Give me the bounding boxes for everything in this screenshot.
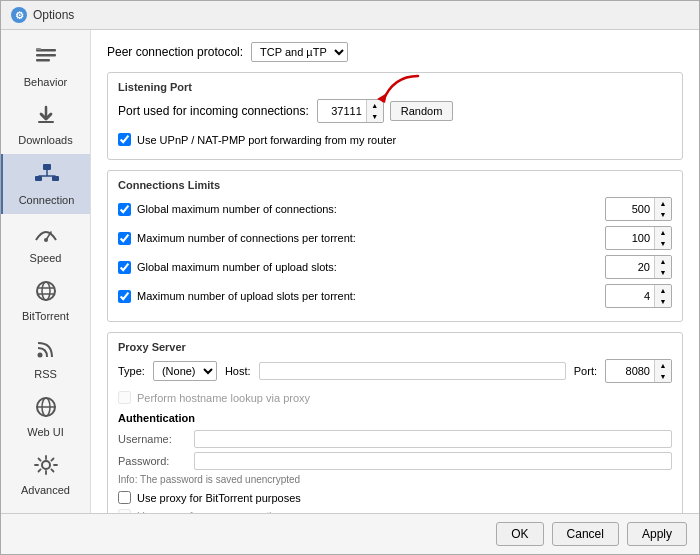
max-per-torrent-down[interactable]: ▼ [655, 238, 671, 249]
connections-limits-title: Connections Limits [118, 179, 672, 191]
global-upload-slots-up[interactable]: ▲ [655, 256, 671, 267]
main-content: Behavior Downloads [1, 30, 699, 513]
sidebar-label-speed: Speed [30, 252, 62, 264]
max-per-torrent-input[interactable]: 100 [606, 230, 654, 246]
global-max-connections-input[interactable]: 500 [606, 201, 654, 217]
svg-rect-2 [36, 59, 50, 62]
global-max-connections-up[interactable]: ▲ [655, 198, 671, 209]
bittorrent-icon [33, 280, 59, 306]
cancel-button[interactable]: Cancel [552, 522, 619, 546]
svg-rect-3 [36, 48, 41, 50]
proxy-host-input[interactable] [259, 362, 566, 380]
protocol-select[interactable]: TCP and µTP [251, 42, 348, 62]
sidebar-item-advanced[interactable]: Advanced [1, 446, 90, 504]
password-input[interactable] [194, 452, 672, 470]
port-up-button[interactable]: ▲ [367, 100, 383, 111]
max-per-torrent-up[interactable]: ▲ [655, 227, 671, 238]
global-upload-slots-label: Global maximum number of upload slots: [118, 261, 337, 274]
upnp-checkbox[interactable] [118, 133, 131, 146]
sidebar-label-rss: RSS [34, 368, 57, 380]
use-proxy-peers-checkbox[interactable] [118, 509, 131, 513]
global-max-connections-down[interactable]: ▼ [655, 209, 671, 220]
sidebar-item-rss[interactable]: RSS [1, 330, 90, 388]
global-upload-slots-input[interactable]: 20 [606, 259, 654, 275]
random-button[interactable]: Random [390, 101, 454, 121]
title-bar-icon: ⚙ [11, 7, 27, 23]
port-input[interactable]: 37111 [318, 103, 366, 119]
proxy-type-select[interactable]: (None) [153, 361, 217, 381]
svg-point-12 [44, 238, 48, 242]
global-upload-slots-buttons: ▲ ▼ [654, 256, 671, 278]
sidebar-item-downloads[interactable]: Downloads [1, 96, 90, 154]
username-input[interactable] [194, 430, 672, 448]
proxy-port-down[interactable]: ▼ [655, 371, 671, 382]
proxy-server-box: Proxy Server Type: (None) Host: Port: 80… [107, 332, 683, 513]
proxy-type-row: Type: (None) Host: Port: 8080 ▲ ▼ [118, 359, 672, 383]
protocol-row: Peer connection protocol: TCP and µTP [107, 42, 683, 62]
sidebar-item-speed[interactable]: Speed [1, 214, 90, 272]
sidebar-item-webui[interactable]: Web UI [1, 388, 90, 446]
upload-slots-per-torrent-down[interactable]: ▼ [655, 296, 671, 307]
global-upload-slots-spinbox[interactable]: 20 ▲ ▼ [605, 255, 672, 279]
upload-slots-per-torrent-input[interactable]: 4 [606, 288, 654, 304]
port-spinbox-buttons: ▲ ▼ [366, 100, 383, 122]
rss-icon [35, 338, 57, 364]
global-max-connections-buttons: ▲ ▼ [654, 198, 671, 220]
global-upload-slots-checkbox[interactable] [118, 261, 131, 274]
sidebar-item-connection[interactable]: Connection [1, 154, 90, 214]
global-upload-slots-down[interactable]: ▼ [655, 267, 671, 278]
proxy-port-spinbox[interactable]: 8080 ▲ ▼ [605, 359, 672, 383]
global-max-connections-spinbox[interactable]: 500 ▲ ▼ [605, 197, 672, 221]
max-per-torrent-spinbox[interactable]: 100 ▲ ▼ [605, 226, 672, 250]
upload-slots-per-torrent-buttons: ▲ ▼ [654, 285, 671, 307]
behavior-icon [34, 46, 58, 72]
svg-rect-5 [43, 164, 51, 170]
global-max-connections-row: Global maximum number of connections: 50… [118, 197, 672, 221]
sidebar-item-bittorrent[interactable]: BitTorrent [1, 272, 90, 330]
sidebar-label-webui: Web UI [27, 426, 63, 438]
global-upload-slots-row: Global maximum number of upload slots: 2… [118, 255, 672, 279]
proxy-port-up[interactable]: ▲ [655, 360, 671, 371]
speed-icon [33, 222, 59, 248]
window-title: Options [33, 8, 74, 22]
protocol-label: Peer connection protocol: [107, 45, 243, 59]
port-spinbox[interactable]: 37111 ▲ ▼ [317, 99, 384, 123]
upload-slots-per-torrent-label: Maximum number of upload slots per torre… [118, 290, 356, 303]
upload-slots-per-torrent-checkbox[interactable] [118, 290, 131, 303]
info-text: Info: The password is saved unencrypted [118, 474, 672, 485]
sidebar-item-behavior[interactable]: Behavior [1, 38, 90, 96]
apply-button[interactable]: Apply [627, 522, 687, 546]
ok-button[interactable]: OK [496, 522, 543, 546]
global-max-connections-checkbox[interactable] [118, 203, 131, 216]
sidebar-label-downloads: Downloads [18, 134, 72, 146]
proxy-port-label2: Port: [574, 365, 597, 377]
sidebar-label-connection: Connection [19, 194, 75, 206]
upnp-checkbox-row: Use UPnP / NAT-PMP port forwarding from … [118, 133, 672, 146]
max-per-torrent-label: Maximum number of connections per torren… [118, 232, 356, 245]
port-row: Port used for incoming connections: 3711… [118, 99, 672, 123]
use-proxy-bittorrent-checkbox[interactable] [118, 491, 131, 504]
upload-slots-per-torrent-up[interactable]: ▲ [655, 285, 671, 296]
upload-slots-per-torrent-row: Maximum number of upload slots per torre… [118, 284, 672, 308]
proxy-server-title: Proxy Server [118, 341, 672, 353]
port-down-button[interactable]: ▼ [367, 111, 383, 122]
svg-point-21 [42, 461, 50, 469]
connection-icon [33, 162, 61, 190]
max-per-torrent-row: Maximum number of connections per torren… [118, 226, 672, 250]
downloads-icon [34, 104, 58, 130]
password-label: Password: [118, 455, 188, 467]
hostname-lookup-checkbox[interactable] [118, 391, 131, 404]
port-label: Port used for incoming connections: [118, 104, 309, 118]
sidebar-label-bittorrent: BitTorrent [22, 310, 69, 322]
username-row: Username: [118, 430, 672, 448]
proxy-port-input[interactable]: 8080 [606, 363, 654, 379]
title-bar: ⚙ Options [1, 1, 699, 30]
sidebar-label-behavior: Behavior [24, 76, 67, 88]
options-window: ⚙ Options Behavior [0, 0, 700, 555]
arrow-container: 37111 ▲ ▼ Random [317, 99, 454, 123]
max-per-torrent-checkbox[interactable] [118, 232, 131, 245]
auth-section: Authentication Username: Password: Info:… [118, 412, 672, 485]
footer: OK Cancel Apply [1, 513, 699, 554]
hostname-lookup-label: Perform hostname lookup via proxy [137, 392, 310, 404]
upload-slots-per-torrent-spinbox[interactable]: 4 ▲ ▼ [605, 284, 672, 308]
